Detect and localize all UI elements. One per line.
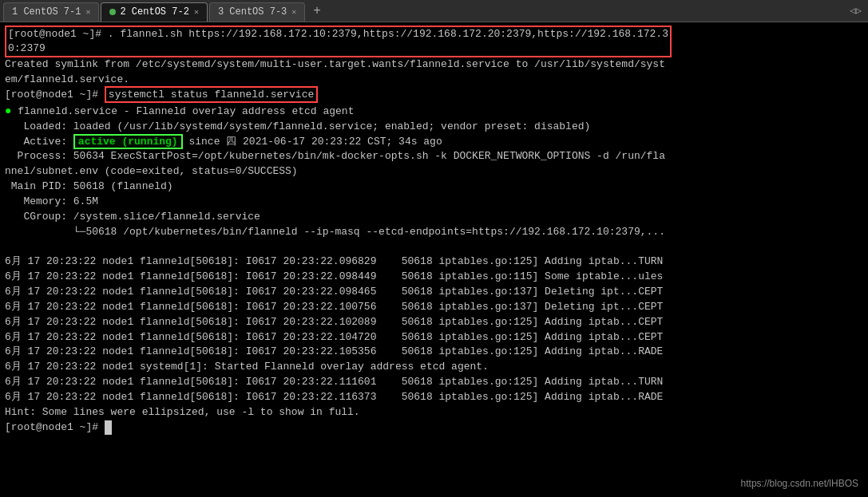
- terminal-log-3: 6月 17 20:23:22 node1 flanneld[50618]: I0…: [5, 285, 863, 300]
- terminal-line-4: ● flanneld.service - Flanneld overlay ad…: [5, 103, 863, 120]
- command-box-1: [root@node1 ~]# . flannel.sh https://192…: [5, 26, 672, 57]
- active-status-badge: active (running): [73, 134, 183, 149]
- tab3-close-icon[interactable]: ✕: [291, 7, 296, 17]
- terminal-line-8: Main PID: 50618 (flanneld): [5, 179, 863, 195]
- tab1-label: 1 CentOS 7-1: [12, 6, 81, 18]
- terminal-line-10: CGroup: /system.slice/flanneld.service: [5, 210, 863, 225]
- add-tab-button[interactable]: +: [307, 4, 327, 18]
- terminal-window: 1 CentOS 7-1 ✕ 2 CentOS 7-2 ✕ 3 CentOS 7…: [0, 0, 868, 497]
- watermark: https://blog.csdn.net/lHBOS: [741, 477, 858, 491]
- terminal-line-5: Loaded: loaded (/usr/lib/systemd/system/…: [5, 120, 863, 135]
- terminal-prompt: [root@node1 ~]#: [5, 420, 863, 436]
- terminal-log-8: 6月 17 20:23:22 node1 systemd[1]: Started…: [5, 360, 863, 375]
- tab-centos7-1[interactable]: 1 CentOS 7-1 ✕: [3, 2, 99, 22]
- tab-nav-arrows[interactable]: ◁▷: [847, 5, 865, 17]
- terminal-line-9: Memory: 6.5M: [5, 195, 863, 210]
- terminal-line-7: Process: 50634 ExecStartPost=/opt/kubern…: [5, 149, 863, 179]
- terminal-log-5: 6月 17 20:23:22 node1 flanneld[50618]: I0…: [5, 315, 863, 330]
- command-box-2: systemctl status flanneld.service: [105, 86, 318, 103]
- terminal-log-10: 6月 17 20:23:22 node1 flanneld[50618]: I0…: [5, 390, 863, 405]
- tab3-label: 3 CentOS 7-3: [218, 6, 287, 18]
- terminal-output[interactable]: [root@node1 ~]# . flannel.sh https://192…: [0, 22, 868, 497]
- terminal-log-7: 6月 17 20:23:22 node1 flanneld[50618]: I0…: [5, 345, 863, 360]
- terminal-line-blank: [5, 240, 863, 255]
- terminal-line-1: [root@node1 ~]# . flannel.sh https://192…: [5, 26, 863, 57]
- terminal-log-9: 6月 17 20:23:22 node1 flanneld[50618]: I0…: [5, 375, 863, 390]
- terminal-log-4: 6月 17 20:23:22 node1 flanneld[50618]: I0…: [5, 300, 863, 315]
- tab2-dot: [109, 9, 116, 15]
- terminal-line-3: [root@node1 ~]# systemctl status flannel…: [5, 88, 863, 103]
- terminal-line-6: Active: active (running) since 四 2021-06…: [5, 135, 863, 150]
- terminal-line-2: Created symlink from /etc/systemd/system…: [5, 57, 863, 88]
- terminal-log-1: 6月 17 20:23:22 node1 flanneld[50618]: I0…: [5, 254, 863, 270]
- tab-centos7-3[interactable]: 3 CentOS 7-3 ✕: [209, 2, 305, 22]
- terminal-log-2: 6月 17 20:23:22 node1 flanneld[50618]: I0…: [5, 270, 863, 285]
- tab1-close-icon[interactable]: ✕: [85, 7, 90, 17]
- tab-bar: 1 CentOS 7-1 ✕ 2 CentOS 7-2 ✕ 3 CentOS 7…: [0, 0, 868, 22]
- tab2-close-icon[interactable]: ✕: [194, 7, 199, 17]
- terminal-log-6: 6月 17 20:23:22 node1 flanneld[50618]: I0…: [5, 330, 863, 345]
- tab-centos7-2[interactable]: 2 CentOS 7-2 ✕: [101, 2, 207, 22]
- terminal-line-11: └─50618 /opt/kubernetes/bin/flanneld --i…: [5, 225, 863, 240]
- cursor-block: [105, 420, 112, 436]
- terminal-hint: Hint: Some lines were ellipsized, use -l…: [5, 405, 863, 420]
- tab2-label: 2 CentOS 7-2: [120, 6, 188, 18]
